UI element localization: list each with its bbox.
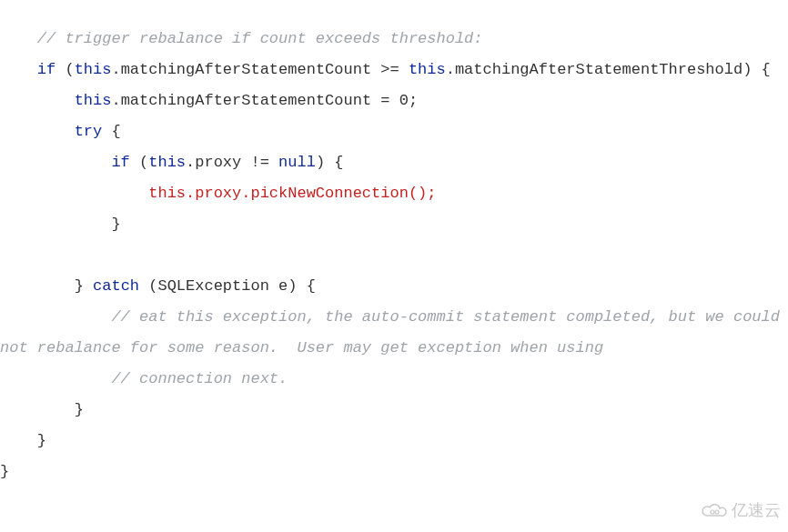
comment: // connection next. (111, 370, 288, 387)
code-line: } (0, 216, 121, 233)
operator: >= (371, 61, 409, 78)
code-line: } (0, 463, 9, 480)
code-block: // trigger rebalance if count exceeds th… (0, 24, 788, 487)
keyword-null: null (278, 154, 316, 171)
watermark-text: 亿速云 (732, 494, 781, 527)
code-line: } (0, 401, 84, 418)
dot: . (111, 92, 120, 109)
code-line: } (0, 432, 46, 449)
brace: } (111, 216, 120, 233)
keyword-this: this (75, 61, 112, 78)
keyword-this: this (75, 92, 112, 109)
member: matchingAfterStatementCount (121, 61, 371, 78)
code-line: try { (0, 123, 121, 140)
member: proxy (195, 154, 241, 171)
member: matchingAfterStatementThreshold (455, 61, 743, 78)
paren: ( (139, 277, 157, 295)
dot: . (186, 154, 195, 171)
paren: ) (743, 61, 752, 78)
keyword-this: this (409, 61, 446, 78)
code-line: this.proxy.pickNewConnection(); (0, 185, 437, 202)
brace: } (75, 401, 84, 418)
exception-type: SQLException (157, 277, 268, 295)
semicolon: ; (409, 92, 418, 109)
dot: . (446, 61, 455, 78)
brace: { (752, 61, 770, 78)
operator: != (241, 154, 278, 171)
code-line: // eat this exception, the auto-commit s… (0, 308, 788, 356)
comment: // trigger rebalance if count exceeds th… (37, 30, 483, 47)
paren: ( (56, 61, 74, 78)
assign: = 0 (371, 92, 409, 109)
keyword-if: if (111, 154, 129, 171)
code-line: if (this.proxy != null) { (0, 154, 344, 171)
code-line: // trigger rebalance if count exceeds th… (0, 30, 483, 47)
svg-point-0 (711, 510, 714, 514)
comment: // eat this exception, the auto-commit s… (0, 308, 788, 356)
method-call: this.proxy.pickNewConnection(); (148, 185, 436, 202)
paren: ) (316, 154, 325, 171)
keyword-catch: catch (93, 277, 139, 295)
keyword-if: if (37, 61, 56, 78)
svg-point-1 (715, 510, 719, 514)
brace: { (297, 277, 315, 295)
brace: { (325, 154, 343, 171)
code-line (0, 246, 9, 264)
watermark: 亿速云 (701, 494, 781, 527)
code-line: // connection next. (0, 370, 288, 387)
paren: ) (288, 277, 297, 295)
cloud-icon (701, 501, 728, 519)
keyword-this: this (148, 154, 186, 171)
brace: } (75, 277, 84, 295)
code-line: this.matchingAfterStatementCount = 0; (0, 92, 418, 109)
brace: } (37, 432, 46, 449)
brace: { (102, 123, 120, 140)
paren: ( (130, 154, 148, 171)
code-line: if (this.matchingAfterStatementCount >= … (0, 61, 771, 78)
brace: } (0, 463, 9, 480)
keyword-try: try (75, 123, 103, 140)
code-line: } catch (SQLException e) { (0, 277, 316, 295)
member: matchingAfterStatementCount (121, 92, 371, 109)
dot: . (111, 61, 120, 78)
exception-var: e (269, 277, 288, 295)
